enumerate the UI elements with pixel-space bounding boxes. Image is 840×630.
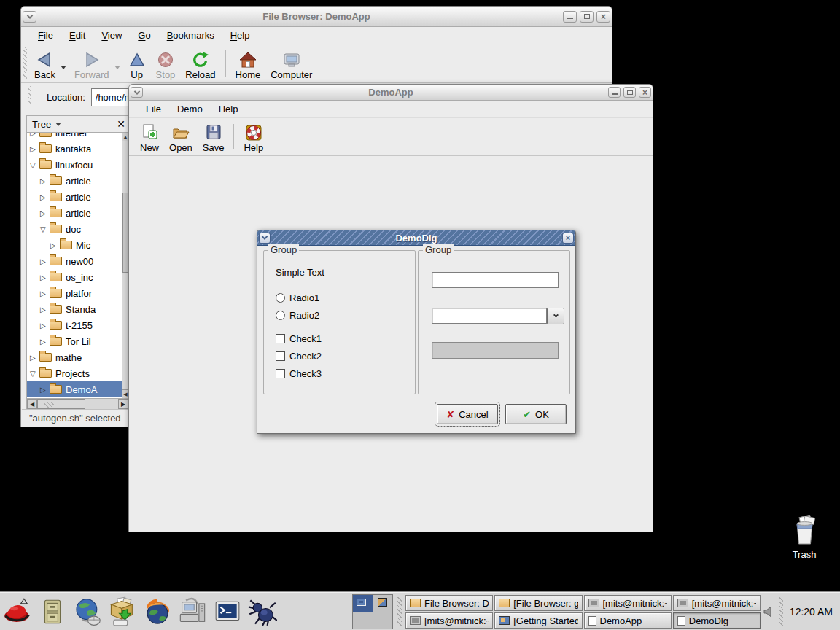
expander-icon[interactable]: ▷	[30, 145, 39, 153]
expander-icon[interactable]: ▷	[40, 338, 50, 346]
tree-item[interactable]: ▷ platfor	[27, 285, 122, 301]
trash-desktop-icon[interactable]: Trash	[785, 515, 824, 560]
menu-item[interactable]: View	[95, 28, 128, 43]
tree-item[interactable]: ▷ article	[27, 189, 122, 205]
scrollbar-thumb[interactable]	[37, 399, 85, 409]
back-history-dropdown[interactable]	[61, 66, 66, 72]
save-button[interactable]: Save	[198, 120, 230, 155]
checkbox[interactable]	[276, 334, 285, 343]
new-button[interactable]: New	[135, 120, 164, 155]
menu-item[interactable]: Bookmarks	[160, 28, 221, 43]
window-menu-button[interactable]	[23, 11, 36, 23]
tree-item[interactable]: ▽ Projects	[27, 365, 122, 381]
expander-icon[interactable]: ▽	[30, 370, 39, 378]
expander-icon[interactable]: ▽	[30, 161, 39, 169]
expander-icon[interactable]: ▷	[40, 177, 50, 185]
web-browser-launcher[interactable]	[73, 597, 102, 626]
computer-button[interactable]: Computer	[265, 47, 317, 82]
taskbar-window-button[interactable]: [mits@mitnick:~	[584, 595, 672, 611]
up-button[interactable]: Up	[123, 47, 151, 82]
taskbar-window-button[interactable]: [mits@mitnick:~	[405, 612, 493, 629]
tree-vertical-scrollbar[interactable]: ▲ ◀	[122, 133, 128, 398]
help-button[interactable]: Help	[238, 120, 268, 155]
expander-icon[interactable]: ▷	[40, 306, 50, 314]
taskbar-window-button[interactable]: [File Browser: gt	[494, 595, 582, 611]
expander-icon[interactable]: ▷	[40, 257, 50, 265]
expander-icon[interactable]: ▷	[40, 193, 50, 201]
maximize-button[interactable]	[580, 11, 594, 23]
window-menu-button[interactable]	[259, 233, 271, 244]
tree-item[interactable]: ▷ DemoA	[27, 381, 122, 397]
maximize-button[interactable]	[623, 87, 636, 98]
checkbox-row[interactable]: Check2	[276, 350, 322, 362]
radio-row[interactable]: Radio1	[276, 292, 319, 303]
minimize-button[interactable]	[563, 11, 577, 23]
checkbox-row[interactable]: Check1	[276, 332, 322, 344]
radio-button[interactable]	[276, 293, 285, 303]
minimize-button[interactable]	[608, 87, 621, 98]
workspace-4[interactable]	[373, 612, 393, 629]
taskbar-window-button[interactable]: [Getting Started	[494, 612, 582, 629]
toolbar-grip[interactable]	[23, 47, 27, 79]
tree-item[interactable]: ▷ Mic	[27, 237, 122, 253]
tree-item[interactable]: ▷ os_inc	[27, 269, 122, 285]
scroll-left-arrow[interactable]: ◀	[122, 389, 128, 398]
checkbox[interactable]	[276, 351, 285, 361]
workspace-3[interactable]	[353, 612, 373, 629]
menu-item[interactable]: Demo	[171, 101, 209, 117]
panel-grip[interactable]	[397, 597, 402, 626]
checkbox-row[interactable]: Check3	[276, 368, 322, 379]
checkbox[interactable]	[276, 369, 285, 378]
workspace-1[interactable]	[353, 595, 373, 612]
scroll-left-arrow[interactable]: ◀	[27, 399, 37, 409]
home-button[interactable]: Home	[230, 47, 266, 82]
ok-button[interactable]: ✔ OK	[505, 404, 567, 424]
expander-icon[interactable]: ▷	[50, 241, 60, 249]
expander-icon[interactable]: ▷	[40, 289, 50, 298]
back-button[interactable]: Back	[29, 47, 61, 82]
taskbar-window-button[interactable]: File Browser: De	[405, 595, 493, 611]
window-menu-button[interactable]	[131, 87, 143, 98]
expander-icon[interactable]: ▷	[30, 354, 39, 362]
expander-icon[interactable]: ▷	[40, 209, 50, 217]
close-button[interactable]: ×	[596, 11, 610, 23]
cancel-button[interactable]: ✘ Cancel	[437, 404, 498, 424]
volume-control[interactable]	[763, 606, 774, 620]
tree-item[interactable]: ▷ internet	[27, 133, 122, 141]
expander-icon[interactable]: ▷	[30, 133, 39, 137]
scroll-up-arrow[interactable]: ▲	[122, 133, 128, 141]
combo-dropdown-button[interactable]	[547, 308, 564, 324]
expander-icon[interactable]: ▷	[40, 273, 50, 281]
menu-item[interactable]: Help	[224, 28, 257, 43]
hardware-browser-launcher[interactable]	[178, 597, 207, 626]
menu-item[interactable]: Go	[131, 28, 157, 43]
reload-button[interactable]: Reload	[180, 47, 220, 82]
expander-icon[interactable]: ▷	[40, 322, 50, 330]
stop-button[interactable]: Stop	[151, 47, 181, 82]
demoapp-titlebar[interactable]: DemoApp ×	[129, 85, 653, 101]
mozilla-browser-launcher[interactable]	[143, 597, 172, 626]
side-pane-close-button[interactable]: ✕	[117, 118, 125, 130]
tree-horizontal-scrollbar[interactable]: ◀ ▶	[26, 399, 129, 410]
file-manager-launcher[interactable]	[38, 597, 67, 626]
config-tool-launcher[interactable]	[248, 597, 277, 626]
menu-item[interactable]: Help	[212, 101, 245, 117]
tree-item[interactable]: ▽ linuxfocu	[27, 157, 122, 173]
clock[interactable]: 12:20 AM	[790, 593, 833, 630]
workspace-2[interactable]	[373, 595, 393, 612]
radio-row[interactable]: Radio2	[276, 309, 319, 321]
tree-item[interactable]: ▷ t-2155	[27, 317, 122, 333]
menu-item[interactable]: File	[31, 28, 60, 43]
radio-button[interactable]	[276, 311, 285, 320]
combo-entry[interactable]	[432, 308, 547, 324]
tree-item[interactable]: ▷ new00	[27, 253, 122, 269]
expander-icon[interactable]: ▷	[40, 386, 50, 394]
package-manager-launcher[interactable]	[108, 597, 137, 626]
red-hat-menu-button[interactable]	[3, 597, 32, 626]
side-pane-selector[interactable]: Tree ✕	[26, 115, 129, 133]
tree-item[interactable]: ▷ article	[27, 205, 122, 221]
menu-item[interactable]: File	[139, 101, 168, 117]
close-button[interactable]: ×	[639, 87, 651, 98]
open-button[interactable]: Open	[164, 120, 198, 155]
tree-item[interactable]: ▷ Tor Lil	[27, 333, 122, 349]
